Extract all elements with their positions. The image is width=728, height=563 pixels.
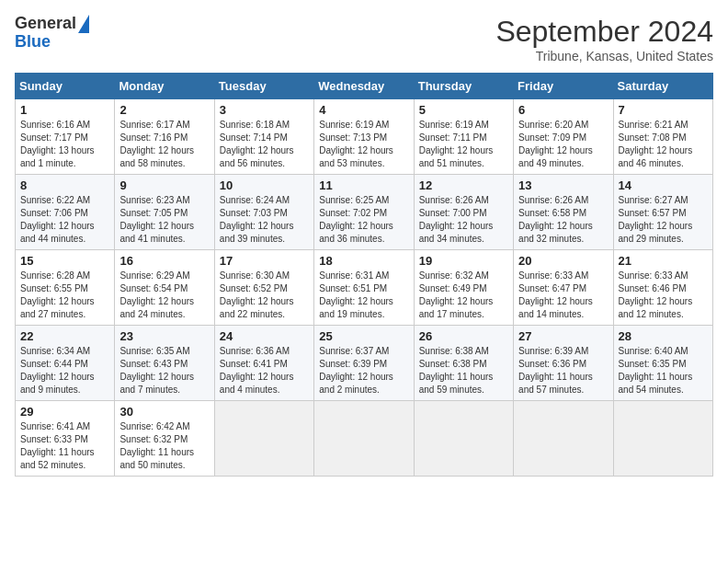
- day-info: Sunrise: 6:23 AM Sunset: 7:05 PM Dayligh…: [119, 194, 209, 246]
- day-info: Sunrise: 6:24 AM Sunset: 7:03 PM Dayligh…: [220, 194, 309, 246]
- calendar-cell: 20Sunrise: 6:33 AM Sunset: 6:47 PM Dayli…: [514, 250, 613, 326]
- calendar-cell: 14Sunrise: 6:27 AM Sunset: 6:57 PM Dayli…: [613, 175, 712, 250]
- day-info: Sunrise: 6:33 AM Sunset: 6:46 PM Dayligh…: [619, 270, 708, 321]
- day-info: Sunrise: 6:19 AM Sunset: 7:13 PM Dayligh…: [319, 119, 408, 170]
- day-number: 28: [619, 329, 708, 343]
- day-number: 17: [220, 254, 309, 268]
- calendar-cell: 22Sunrise: 6:34 AM Sunset: 6:44 PM Dayli…: [16, 326, 115, 401]
- logo: General Blue: [15, 15, 89, 52]
- calendar-cell: 13Sunrise: 6:26 AM Sunset: 6:58 PM Dayli…: [514, 175, 613, 250]
- day-info: Sunrise: 6:32 AM Sunset: 6:49 PM Dayligh…: [419, 270, 508, 321]
- day-info: Sunrise: 6:37 AM Sunset: 6:39 PM Dayligh…: [319, 345, 408, 396]
- day-number: 19: [419, 254, 508, 268]
- day-number: 20: [518, 254, 608, 268]
- day-number: 5: [419, 103, 508, 117]
- calendar-cell: 30Sunrise: 6:42 AM Sunset: 6:32 PM Dayli…: [115, 401, 214, 477]
- logo-general: General: [15, 15, 76, 33]
- calendar-cell: [314, 401, 414, 477]
- day-info: Sunrise: 6:26 AM Sunset: 6:58 PM Dayligh…: [518, 194, 608, 246]
- day-number: 14: [619, 178, 708, 192]
- calendar-cell: 12Sunrise: 6:26 AM Sunset: 7:00 PM Dayli…: [414, 175, 513, 250]
- calendar-cell: 15Sunrise: 6:28 AM Sunset: 6:55 PM Dayli…: [16, 250, 115, 326]
- day-info: Sunrise: 6:41 AM Sunset: 6:33 PM Dayligh…: [20, 420, 109, 472]
- calendar-cell: 28Sunrise: 6:40 AM Sunset: 6:35 PM Dayli…: [613, 326, 712, 401]
- day-of-week-header: Saturday: [613, 74, 712, 99]
- day-number: 12: [419, 178, 508, 192]
- calendar-table: SundayMondayTuesdayWednesdayThursdayFrid…: [15, 73, 713, 477]
- day-number: 24: [220, 329, 309, 343]
- day-info: Sunrise: 6:20 AM Sunset: 7:09 PM Dayligh…: [518, 119, 608, 170]
- day-info: Sunrise: 6:26 AM Sunset: 7:00 PM Dayligh…: [419, 194, 508, 246]
- day-number: 10: [220, 178, 309, 192]
- day-info: Sunrise: 6:21 AM Sunset: 7:08 PM Dayligh…: [619, 119, 708, 170]
- calendar-cell: 27Sunrise: 6:39 AM Sunset: 6:36 PM Dayli…: [514, 326, 613, 401]
- calendar-cell: 1Sunrise: 6:16 AM Sunset: 7:17 PM Daylig…: [16, 99, 115, 175]
- calendar-week-row: 29Sunrise: 6:41 AM Sunset: 6:33 PM Dayli…: [16, 401, 713, 477]
- day-number: 21: [619, 254, 708, 268]
- day-of-week-header: Monday: [115, 74, 214, 99]
- day-number: 18: [319, 254, 408, 268]
- day-info: Sunrise: 6:16 AM Sunset: 7:17 PM Dayligh…: [20, 119, 109, 170]
- day-number: 26: [419, 329, 508, 343]
- day-number: 23: [119, 329, 209, 343]
- header: General Blue September 2024 Tribune, Kan…: [15, 15, 713, 63]
- day-of-week-header: Thursday: [414, 74, 513, 99]
- day-number: 27: [518, 329, 608, 343]
- calendar-cell: 18Sunrise: 6:31 AM Sunset: 6:51 PM Dayli…: [314, 250, 414, 326]
- day-info: Sunrise: 6:22 AM Sunset: 7:06 PM Dayligh…: [20, 194, 109, 246]
- day-of-week-header: Friday: [514, 74, 613, 99]
- calendar-cell: 10Sunrise: 6:24 AM Sunset: 7:03 PM Dayli…: [214, 175, 313, 250]
- calendar-header-row: SundayMondayTuesdayWednesdayThursdayFrid…: [16, 74, 713, 99]
- day-of-week-header: Sunday: [16, 74, 115, 99]
- day-info: Sunrise: 6:40 AM Sunset: 6:35 PM Dayligh…: [619, 345, 708, 396]
- day-info: Sunrise: 6:27 AM Sunset: 6:57 PM Dayligh…: [619, 194, 708, 246]
- day-info: Sunrise: 6:39 AM Sunset: 6:36 PM Dayligh…: [518, 345, 608, 396]
- day-number: 13: [518, 178, 608, 192]
- calendar-week-row: 22Sunrise: 6:34 AM Sunset: 6:44 PM Dayli…: [16, 326, 713, 401]
- calendar-cell: 2Sunrise: 6:17 AM Sunset: 7:16 PM Daylig…: [115, 99, 214, 175]
- day-info: Sunrise: 6:34 AM Sunset: 6:44 PM Dayligh…: [20, 345, 109, 396]
- day-info: Sunrise: 6:36 AM Sunset: 6:41 PM Dayligh…: [220, 345, 309, 396]
- logo-triangle-icon: [78, 15, 89, 33]
- day-number: 3: [220, 103, 309, 117]
- day-of-week-header: Tuesday: [214, 74, 313, 99]
- logo-blue: Blue: [15, 32, 51, 51]
- day-number: 11: [319, 178, 408, 192]
- calendar-cell: 3Sunrise: 6:18 AM Sunset: 7:14 PM Daylig…: [214, 99, 313, 175]
- day-info: Sunrise: 6:42 AM Sunset: 6:32 PM Dayligh…: [119, 420, 209, 472]
- day-number: 6: [518, 103, 608, 117]
- calendar-cell: 6Sunrise: 6:20 AM Sunset: 7:09 PM Daylig…: [514, 99, 613, 175]
- day-info: Sunrise: 6:30 AM Sunset: 6:52 PM Dayligh…: [220, 270, 309, 321]
- day-number: 8: [20, 178, 109, 192]
- day-of-week-header: Wednesday: [314, 74, 414, 99]
- day-info: Sunrise: 6:35 AM Sunset: 6:43 PM Dayligh…: [119, 345, 209, 396]
- calendar-cell: 7Sunrise: 6:21 AM Sunset: 7:08 PM Daylig…: [613, 99, 712, 175]
- day-number: 15: [20, 254, 109, 268]
- calendar-cell: 25Sunrise: 6:37 AM Sunset: 6:39 PM Dayli…: [314, 326, 414, 401]
- day-info: Sunrise: 6:38 AM Sunset: 6:38 PM Dayligh…: [419, 345, 508, 396]
- day-number: 29: [20, 405, 109, 419]
- calendar-cell: 16Sunrise: 6:29 AM Sunset: 6:54 PM Dayli…: [115, 250, 214, 326]
- day-number: 7: [619, 103, 708, 117]
- calendar-week-row: 15Sunrise: 6:28 AM Sunset: 6:55 PM Dayli…: [16, 250, 713, 326]
- calendar-cell: 26Sunrise: 6:38 AM Sunset: 6:38 PM Dayli…: [414, 326, 513, 401]
- day-number: 16: [119, 254, 209, 268]
- location-title: Tribune, Kansas, United States: [495, 49, 713, 63]
- day-number: 1: [20, 103, 109, 117]
- calendar-cell: 11Sunrise: 6:25 AM Sunset: 7:02 PM Dayli…: [314, 175, 414, 250]
- calendar-cell: 21Sunrise: 6:33 AM Sunset: 6:46 PM Dayli…: [613, 250, 712, 326]
- day-info: Sunrise: 6:31 AM Sunset: 6:51 PM Dayligh…: [319, 270, 408, 321]
- day-number: 2: [119, 103, 209, 117]
- calendar-cell: 19Sunrise: 6:32 AM Sunset: 6:49 PM Dayli…: [414, 250, 513, 326]
- calendar-cell: [214, 401, 313, 477]
- calendar-week-row: 8Sunrise: 6:22 AM Sunset: 7:06 PM Daylig…: [16, 175, 713, 250]
- day-number: 4: [319, 103, 408, 117]
- day-info: Sunrise: 6:28 AM Sunset: 6:55 PM Dayligh…: [20, 270, 109, 321]
- day-info: Sunrise: 6:17 AM Sunset: 7:16 PM Dayligh…: [119, 119, 209, 170]
- calendar-cell: 17Sunrise: 6:30 AM Sunset: 6:52 PM Dayli…: [214, 250, 313, 326]
- day-number: 9: [119, 178, 209, 192]
- calendar-cell: 24Sunrise: 6:36 AM Sunset: 6:41 PM Dayli…: [214, 326, 313, 401]
- calendar-cell: [414, 401, 513, 477]
- day-info: Sunrise: 6:33 AM Sunset: 6:47 PM Dayligh…: [518, 270, 608, 321]
- calendar-cell: 9Sunrise: 6:23 AM Sunset: 7:05 PM Daylig…: [115, 175, 214, 250]
